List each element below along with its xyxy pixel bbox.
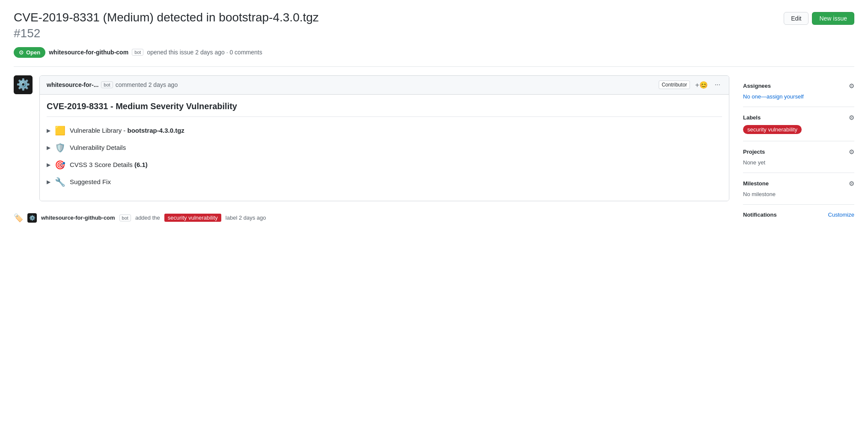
triangle-icon-4[interactable]: ▶ (47, 179, 51, 185)
activity-row: 🏷️ ⚙️ whitesource-for-github-com bot add… (14, 210, 729, 223)
issue-header: CVE-2019-8331 (Medium) detected in boots… (14, 10, 854, 40)
issue-meta: ⊙ Open whitesource-for-github-com bot op… (14, 47, 854, 58)
bot-badge: bot (132, 49, 143, 56)
list-item: ▶ 🔧 Suggested Fix (47, 177, 722, 187)
cvss-score-value: (6.1) (134, 161, 148, 168)
issue-title: CVE-2019-8331 (Medium) detected in boots… (14, 10, 319, 25)
triangle-icon-3[interactable]: ▶ (47, 162, 51, 168)
new-issue-button[interactable]: New issue (812, 12, 854, 25)
author-name[interactable]: whitesource-for-github-com (49, 49, 128, 56)
activity-avatar-emoji: ⚙️ (29, 215, 36, 221)
comment-thread: ⚙️ whitesource-for-... bot commented 2 d… (14, 75, 729, 201)
list-item: ▶ 🎯 CVSS 3 Score Details (6.1) (47, 160, 722, 170)
sidebar-assignees: Assignees ⚙ No one—assign yourself (743, 75, 854, 107)
content-left: ⚙️ whitesource-for-... bot commented 2 d… (14, 75, 729, 223)
avatar-emoji: ⚙️ (16, 78, 30, 91)
sidebar-notifications: Notifications Customize (743, 205, 854, 218)
projects-header: Projects ⚙ (743, 148, 854, 156)
projects-gear-icon[interactable]: ⚙ (849, 148, 854, 156)
status-badge: ⊙ Open (14, 47, 45, 58)
labels-title: Labels (743, 114, 761, 121)
labels-header: Labels ⚙ (743, 114, 854, 122)
activity-avatar: ⚙️ (27, 213, 37, 223)
avatar-inner: ⚙️ (14, 75, 33, 94)
assignees-gear-icon[interactable]: ⚙ (849, 82, 854, 90)
milestone-gear-icon[interactable]: ⚙ (849, 180, 854, 188)
comment-bot-badge: bot (101, 81, 113, 88)
comment-header-right: Contributor +😊 ··· (659, 80, 722, 90)
notifications-title: Notifications (743, 212, 777, 218)
library-name: bootstrap-4.3.0.tgz (128, 127, 184, 134)
contributor-badge: Contributor (659, 80, 690, 89)
vulnerability-details-text: Vulnerability Details (70, 144, 126, 151)
vulnerable-library-icon: 🟨 (55, 125, 65, 136)
milestone-header: Milestone ⚙ (743, 180, 854, 188)
cvss-score-icon: 🎯 (55, 160, 65, 170)
comment-header-left: whitesource-for-... bot commented 2 days… (47, 81, 178, 88)
open-icon: ⊙ (19, 49, 24, 56)
activity-label-badge: security vulnerability (164, 214, 221, 222)
comment-more-button[interactable]: ··· (713, 80, 722, 89)
triangle-icon-1[interactable]: ▶ (47, 128, 51, 134)
no-assignee-text: No one—assign yourself (743, 93, 804, 100)
list-item: ▶ 🟨 Vulnerable Library - bootstrap-4.3.0… (47, 125, 722, 136)
sidebar-labels: Labels ⚙ security vulnerability (743, 107, 854, 141)
edit-button[interactable]: Edit (784, 12, 809, 25)
sidebar: Assignees ⚙ No one—assign yourself Label… (743, 75, 854, 218)
assignees-header: Assignees ⚙ (743, 82, 854, 90)
assignees-title: Assignees (743, 83, 771, 89)
vulnerability-details-icon: 🛡️ (55, 143, 65, 153)
customize-link[interactable]: Customize (828, 212, 854, 218)
assign-yourself-link[interactable]: No one—assign yourself (743, 93, 804, 100)
suggested-fix-text: Suggested Fix (70, 178, 111, 185)
emoji-reaction-button[interactable]: +😊 (693, 80, 709, 90)
security-vulnerability-label[interactable]: security vulnerability (743, 125, 802, 134)
activity-action: added the (135, 215, 160, 221)
status-text: Open (26, 49, 40, 56)
projects-value: None yet (743, 159, 854, 166)
main-content: ⚙️ whitesource-for-... bot commented 2 d… (14, 75, 854, 223)
header-divider (14, 66, 854, 67)
sidebar-projects: Projects ⚙ None yet (743, 141, 854, 173)
tag-icon: 🏷️ (14, 213, 23, 223)
issue-number: #152 (14, 27, 319, 40)
labels-gear-icon[interactable]: ⚙ (849, 114, 854, 122)
vulnerable-library-text: Vulnerable Library - bootstrap-4.3.0.tgz (70, 127, 184, 134)
cvss-score-text: CVSS 3 Score Details (6.1) (70, 161, 148, 168)
list-item: ▶ 🛡️ Vulnerability Details (47, 143, 722, 153)
comment-body: CVE-2019-8331 - Medium Severity Vulnerab… (40, 95, 729, 201)
milestone-title: Milestone (743, 180, 769, 187)
triangle-icon-2[interactable]: ▶ (47, 145, 51, 151)
projects-title: Projects (743, 149, 765, 155)
comment-box: whitesource-for-... bot commented 2 days… (39, 75, 729, 201)
activity-time: label 2 days ago (226, 215, 266, 221)
issue-title-block: CVE-2019-8331 (Medium) detected in boots… (14, 10, 319, 40)
suggested-fix-icon: 🔧 (55, 177, 65, 187)
comment-header: whitesource-for-... bot commented 2 days… (40, 76, 729, 95)
issue-header-actions: Edit New issue (784, 10, 854, 25)
milestone-value: No milestone (743, 191, 854, 197)
activity-bot-badge: bot (119, 215, 131, 221)
assignees-value: No one—assign yourself (743, 93, 854, 100)
comment-title: CVE-2019-8331 - Medium Severity Vulnerab… (47, 101, 722, 117)
sidebar-milestone: Milestone ⚙ No milestone (743, 173, 854, 205)
meta-text: opened this issue 2 days ago · 0 comment… (147, 49, 262, 56)
avatar: ⚙️ (14, 75, 33, 94)
comment-author[interactable]: whitesource-for-... (47, 81, 98, 88)
comment-time: commented 2 days ago (116, 81, 178, 88)
activity-author[interactable]: whitesource-for-github-com (41, 215, 115, 221)
